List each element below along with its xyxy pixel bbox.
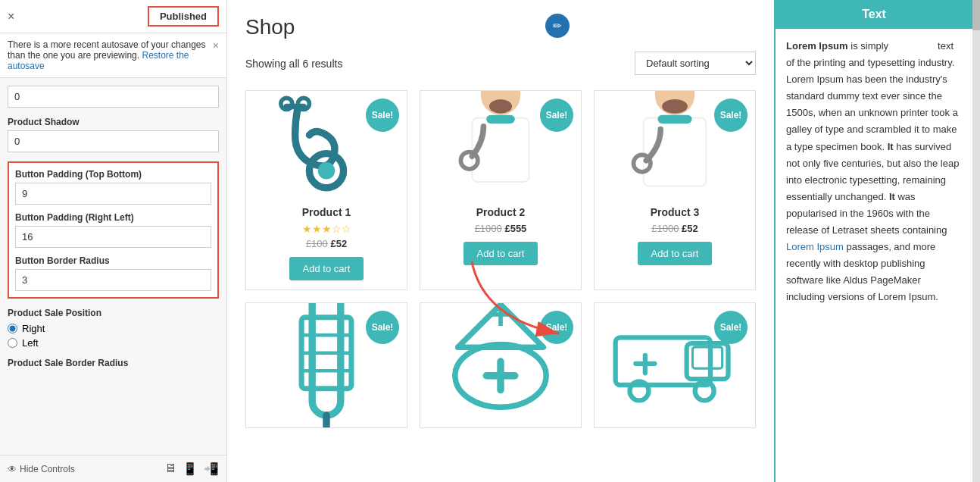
button-padding-tb-input[interactable] xyxy=(15,183,211,205)
svg-rect-9 xyxy=(486,115,515,124)
published-button[interactable]: Published xyxy=(148,6,219,27)
lorem-ipsum-text: Lorem Ipsum is simply text of the printi… xyxy=(786,38,962,306)
sale-left-option[interactable]: Left xyxy=(8,337,219,349)
button-border-radius-input[interactable] xyxy=(15,269,211,291)
add-to-cart-button-1[interactable]: Add to cart xyxy=(289,257,364,280)
sale-border-radius-group: Product Sale Border Radius xyxy=(8,358,219,368)
right-panel: Text Lorem Ipsum is simply text of the p… xyxy=(774,0,972,482)
footer-icons: 🖥 📱 📲 xyxy=(164,462,219,476)
sale-badge-1: Sale! xyxy=(366,99,399,132)
add-to-cart-button-2[interactable]: Add to cart xyxy=(463,242,538,265)
button-padding-rl-input[interactable] xyxy=(15,226,211,248)
pencil-icon: ✏ xyxy=(553,20,562,32)
svg-point-5 xyxy=(298,98,309,109)
sale-left-label: Left xyxy=(22,337,39,349)
results-bar: Showing all 6 results Default sorting So… xyxy=(245,52,756,75)
autosave-text: There is a more recent autosave of your … xyxy=(8,39,208,71)
svg-point-4 xyxy=(281,98,292,109)
button-padding-rl-label: Button Padding (Right Left) xyxy=(15,212,211,223)
product-shadow-input[interactable] xyxy=(8,130,219,152)
product-card-6: Sale! xyxy=(594,302,756,428)
add-to-cart-button-3[interactable]: Add to cart xyxy=(638,242,713,265)
sale-right-label: Right xyxy=(22,323,45,334)
sale-badge-2: Sale! xyxy=(540,99,573,132)
product-card-4: Sale! xyxy=(245,302,407,428)
highlighted-section: Button Padding (Top Bottom) Button Paddi… xyxy=(8,161,219,299)
right-panel-content: Lorem Ipsum is simply text of the printi… xyxy=(776,29,972,482)
product-card-2: Sale! Product 2 £1000 £555 Add to cart xyxy=(420,90,582,290)
button-border-radius-label: Button Border Radius xyxy=(15,255,211,266)
eye-icon: 👁 xyxy=(8,464,17,474)
product-price-1: £100 £52 xyxy=(255,238,398,249)
top-bar: × Published xyxy=(0,0,226,33)
svg-point-1 xyxy=(318,162,336,180)
lorem-ipsum-colored: Lorem Ipsum xyxy=(786,241,844,252)
product-shadow-label: Product Shadow xyxy=(8,117,219,127)
sale-badge-5: Sale! xyxy=(540,311,573,344)
product-rating-1: ★★★☆☆ xyxy=(255,223,398,235)
svg-point-10 xyxy=(489,99,512,114)
main-content: ✏ Shop Showing all 6 results Default sor… xyxy=(227,0,774,482)
sale-right-radio[interactable] xyxy=(8,324,17,333)
close-button[interactable]: × xyxy=(8,10,14,23)
autosave-close-icon[interactable]: × xyxy=(213,39,219,52)
lorem-bold: Lorem Ipsum xyxy=(786,40,848,52)
tablet-icon[interactable]: 📱 xyxy=(183,462,198,476)
products-grid-row2: Sale! Sale! xyxy=(245,302,756,428)
panel-content: Product Shadow Button Padding (Top Botto… xyxy=(0,78,226,455)
sale-position-label: Product Sale Position xyxy=(8,308,219,318)
left-panel: × Published There is a more recent autos… xyxy=(0,0,227,482)
right-panel-header: Text xyxy=(776,0,972,29)
product-card-1: Sale! Product 1 ★★★☆☆ £100 £52 Add to ca xyxy=(245,90,407,290)
products-grid-row1: Sale! Product 1 ★★★☆☆ £100 £52 Add to ca xyxy=(245,90,756,290)
button-padding-tb-group: Button Padding (Top Bottom) xyxy=(15,169,211,205)
sale-right-option[interactable]: Right xyxy=(8,323,219,334)
sale-badge-6: Sale! xyxy=(714,311,747,344)
sale-position-group: Product Sale Position Right Left xyxy=(8,308,219,349)
svg-rect-34 xyxy=(692,347,722,368)
panel-footer: 👁 Hide Controls 🖥 📱 📲 xyxy=(0,455,226,482)
hide-controls-button[interactable]: 👁 Hide Controls xyxy=(8,464,75,474)
it-bold2: It xyxy=(889,191,895,202)
autosave-notice: There is a more recent autosave of your … xyxy=(0,33,226,78)
edit-icon-circle[interactable]: ✏ xyxy=(545,14,570,38)
scrollbar[interactable] xyxy=(972,0,980,482)
it-bold: It xyxy=(888,141,894,152)
sale-badge-4: Sale! xyxy=(366,311,399,344)
sale-badge-3: Sale! xyxy=(714,99,747,132)
svg-rect-14 xyxy=(657,115,691,124)
shop-title: Shop xyxy=(245,15,756,39)
product-card-3: Sale! Product 3 £1000 £52 Add to cart xyxy=(594,90,756,290)
svg-point-15 xyxy=(662,99,688,114)
sale-left-radio[interactable] xyxy=(8,338,17,348)
sort-select[interactable]: Default sorting Sort by popularity Sort … xyxy=(635,52,756,75)
hide-controls-label: Hide Controls xyxy=(20,464,75,474)
button-padding-rl-group: Button Padding (Right Left) xyxy=(15,212,211,248)
button-border-radius-group: Button Border Radius xyxy=(15,255,211,291)
product-card-5: Sale! xyxy=(420,302,582,428)
product-shadow-group: Product Shadow xyxy=(8,117,219,152)
top-input[interactable] xyxy=(8,86,219,108)
mobile-icon[interactable]: 📲 xyxy=(204,462,219,476)
scrollbar-thumb[interactable] xyxy=(972,0,980,30)
top-input-group xyxy=(8,86,219,108)
button-padding-tb-label: Button Padding (Top Bottom) xyxy=(15,169,211,180)
desktop-icon[interactable]: 🖥 xyxy=(164,462,176,476)
results-text: Showing all 6 results xyxy=(245,58,342,70)
sale-border-radius-label: Product Sale Border Radius xyxy=(8,358,219,368)
